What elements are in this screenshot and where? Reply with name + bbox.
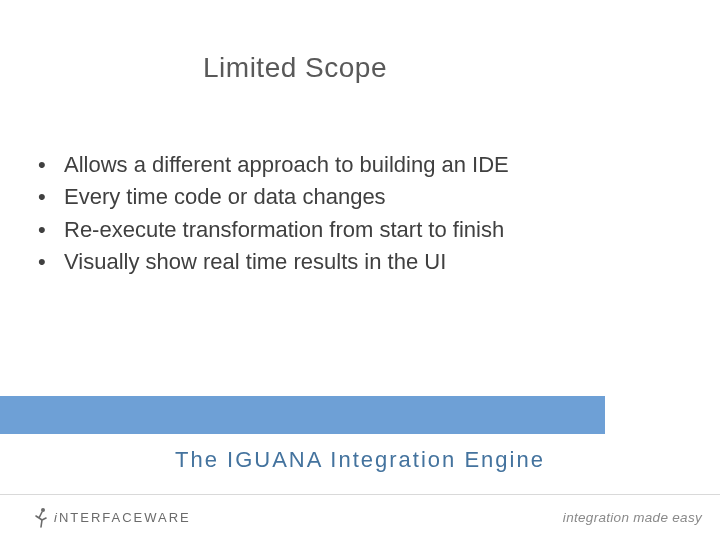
accent-band: [0, 396, 605, 434]
footer-tagline: integration made easy: [563, 510, 702, 525]
list-item: • Visually show real time results in the…: [38, 247, 690, 277]
bullet-dot-icon: •: [38, 150, 64, 180]
list-item-text: Allows a different approach to building …: [64, 150, 509, 180]
list-item-text: Every time code or data changes: [64, 182, 386, 212]
list-item: • Re-execute transformation from start t…: [38, 215, 690, 245]
list-item-text: Re-execute transformation from start to …: [64, 215, 504, 245]
slide-title-text: Limited Scope: [203, 52, 387, 84]
list-item: • Every time code or data changes: [38, 182, 690, 212]
list-item: • Allows a different approach to buildin…: [38, 150, 690, 180]
bullet-dot-icon: •: [38, 182, 64, 212]
bullet-list: • Allows a different approach to buildin…: [38, 150, 690, 279]
slide-title: Limited Scope: [0, 52, 720, 84]
footer-logo: iNTERFACEWARE: [34, 507, 191, 529]
list-item-text: Visually show real time results in the U…: [64, 247, 446, 277]
slide: Limited Scope • Allows a different appro…: [0, 0, 720, 540]
bullet-dot-icon: •: [38, 215, 64, 245]
logo-text: iNTERFACEWARE: [54, 510, 191, 525]
runner-icon: [34, 507, 48, 529]
slide-subtitle: The IGUANA Integration Engine: [0, 447, 720, 473]
footer-bar: iNTERFACEWARE integration made easy: [0, 494, 720, 540]
logo-main: NTERFACEWARE: [59, 510, 191, 525]
bullet-dot-icon: •: [38, 247, 64, 277]
